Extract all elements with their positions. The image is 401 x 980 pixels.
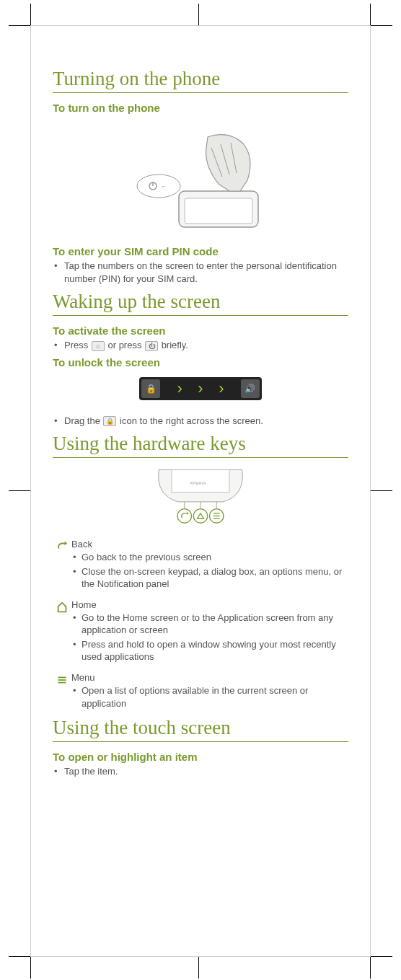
heading-turning-on: Turning on the phone (53, 68, 348, 93)
hw-key-back-row: Back Go back to the previous screen Clos… (53, 539, 348, 592)
hw-key-home-bullet-0: Go to the Home screen or to the Applicat… (71, 612, 348, 637)
svg-text:⎓: ⎓ (162, 183, 166, 190)
text-press-b: or press (105, 340, 144, 350)
hw-key-home-title: Home (71, 599, 348, 610)
text-drag-b: icon to the right across the screen. (117, 415, 263, 426)
text-press-c: briefly. (159, 340, 188, 350)
arrow-icon: › (198, 379, 203, 398)
svg-rect-1 (185, 198, 252, 224)
hardware-keys-illustration: XPERIA (146, 467, 255, 524)
bullet-sim-pin: Tap the numbers on the screen to enter t… (53, 260, 348, 285)
subheading-turn-on: To turn on the phone (53, 102, 348, 114)
power-icon: ⏻ (145, 341, 158, 351)
svg-text:XPERIA: XPERIA (190, 480, 207, 485)
svg-marker-18 (65, 542, 68, 545)
bullet-tap-item: Tap the item. (53, 765, 348, 778)
heading-hardware-keys: Using the hardware keys (53, 433, 348, 458)
heading-waking: Waking up the screen (53, 291, 348, 316)
heading-touch-screen: Using the touch screen (53, 717, 348, 742)
home-icon: ⌂ (92, 341, 105, 351)
hw-key-back-bullet-0: Go back to the previous screen (71, 551, 348, 564)
svg-point-2 (137, 175, 180, 198)
lock-icon: 🔒 (103, 416, 116, 426)
subheading-open-item: To open or highlight an item (53, 751, 348, 763)
arrow-icon: › (177, 379, 182, 398)
home-icon (53, 599, 71, 665)
phone-power-illustration: ⎓ (128, 123, 273, 231)
hw-key-home-bullet-1: Press and hold to open a window showing … (71, 638, 348, 663)
figure-unlock-slider: 🔒 › › › 🔊 (53, 377, 348, 400)
hw-key-home-row: Home Go to the Home screen or to the App… (53, 599, 348, 665)
svg-point-12 (193, 509, 208, 524)
hw-key-back-bullet-1: Close the on-screen keypad, a dialog box… (71, 565, 348, 591)
back-icon (53, 539, 71, 592)
hw-key-menu-row: Menu Open a list of options available in… (53, 672, 348, 711)
sound-icon: 🔊 (241, 379, 260, 398)
hw-key-menu-title: Menu (71, 672, 348, 683)
menu-icon (53, 672, 71, 711)
svg-point-11 (177, 509, 192, 524)
subheading-unlock-screen: To unlock the screen (53, 356, 348, 368)
hw-key-back-title: Back (71, 539, 348, 549)
subheading-activate-screen: To activate the screen (53, 325, 348, 337)
text-press-a: Press (64, 340, 91, 350)
subheading-sim-pin: To enter your SIM card PIN code (53, 245, 348, 257)
unlock-slider-illustration: 🔒 › › › 🔊 (139, 377, 262, 400)
page-content: Turning on the phone To turn on the phon… (30, 25, 371, 957)
bullet-unlock-drag: Drag the 🔒 icon to the right across the … (53, 415, 348, 428)
figure-phone-power: ⎓ (53, 123, 348, 231)
arrow-icon: › (219, 379, 224, 398)
text-drag-a: Drag the (64, 415, 102, 426)
figure-hardware-keys: XPERIA (53, 467, 348, 524)
lock-icon: 🔒 (141, 379, 160, 398)
hw-key-menu-bullet-0: Open a list of options available in the … (71, 684, 348, 710)
bullet-activate-screen: Press ⌂ or press ⏻ briefly. (53, 339, 348, 352)
